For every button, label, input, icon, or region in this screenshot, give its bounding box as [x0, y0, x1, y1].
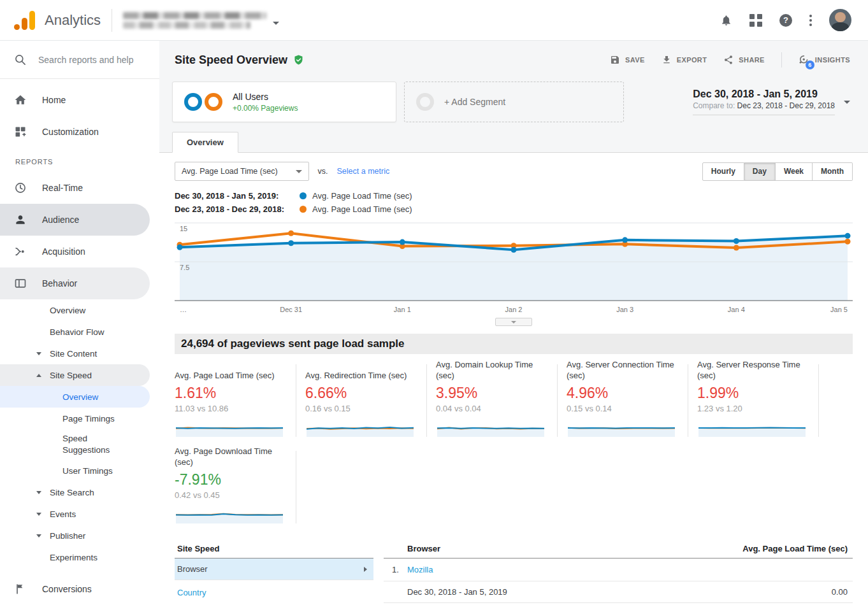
sidebar-item-speed-suggestions[interactable]: Speed Suggestions: [0, 429, 150, 460]
date-range-picker[interactable]: Dec 30, 2018 - Jan 5, 2019 Compare to: D…: [693, 89, 850, 115]
scorecard-percent: 4.96%: [567, 385, 679, 402]
vs-label: vs.: [318, 167, 328, 176]
sample-banner: 24,694 of pageviews sent page load sampl…: [175, 334, 853, 354]
chevron-up-icon: [36, 374, 41, 377]
shield-check-icon: [293, 54, 304, 66]
scorecard-percent: 3.95%: [436, 385, 548, 402]
sidebar-item-events[interactable]: Events: [0, 503, 150, 525]
y-axis-tick: 7.5: [180, 264, 189, 271]
sidebar-item-audience[interactable]: Audience: [0, 204, 150, 236]
sidebar-item-customization[interactable]: Customization: [0, 116, 150, 148]
legend-row-previous: Dec 23, 2018 - Dec 29, 2018: Avg. Page L…: [175, 204, 853, 214]
segment-row: All Users +0.00% Pageviews + Add Segment…: [159, 79, 868, 131]
value-cell: 0.00: [832, 587, 848, 597]
chevron-down-icon: [36, 534, 41, 537]
segment-subtitle: +0.00% Pageviews: [233, 104, 298, 113]
report-actions: SAVE EXPORT SHARE 6 INSIGHTS: [610, 52, 850, 68]
scorecard-versus: 1.23 vs 1.20: [697, 404, 809, 413]
apps-grid-icon[interactable]: [749, 14, 762, 27]
sidebar-item-site-speed-overview[interactable]: Overview: [0, 386, 150, 408]
granularity-month-button[interactable]: Month: [813, 162, 853, 181]
account-selector[interactable]: [123, 12, 279, 29]
chart-expander-button[interactable]: [495, 318, 532, 326]
scorecard-versus: 11.03 vs 10.86: [175, 404, 287, 413]
avatar[interactable]: [829, 9, 851, 31]
sidebar-item-publisher[interactable]: Publisher: [0, 525, 150, 546]
divider: [781, 52, 782, 68]
sidebar-item-site-search[interactable]: Site Search: [0, 481, 150, 503]
sidebar-item-behavior-overview[interactable]: Overview: [0, 299, 150, 321]
sidebar-item-real-time[interactable]: Real-Time: [0, 172, 150, 204]
metric-selector-dropdown[interactable]: Avg. Page Load Time (sec): [175, 162, 309, 181]
column-header-browser[interactable]: Browser: [407, 544, 440, 553]
tab-overview[interactable]: Overview: [172, 132, 238, 153]
add-segment-button[interactable]: + Add Segment: [404, 82, 624, 122]
insights-button[interactable]: 6 INSIGHTS: [799, 54, 850, 66]
export-button[interactable]: EXPORT: [662, 55, 707, 65]
scorecard-versus: 0.16 vs 0.15: [305, 404, 417, 413]
account-name-blurred: [123, 12, 266, 29]
sidebar-item-page-timings[interactable]: Page Timings: [0, 408, 150, 429]
scorecard-server-connection-time[interactable]: Avg. Server Connection Time (sec) 4.96% …: [567, 364, 688, 437]
x-axis-labels: …Dec 31Jan 1Jan 2Jan 3Jan 4Jan 5: [175, 306, 853, 316]
sidebar-item-experiments[interactable]: Experiments: [0, 546, 150, 568]
select-metric-link[interactable]: Select a metric: [337, 167, 390, 176]
x-axis-tick: Jan 3: [616, 306, 633, 313]
sidebar-item-site-content[interactable]: Site Content: [0, 343, 150, 364]
granularity-day-button[interactable]: Day: [744, 162, 776, 181]
sidebar-item-site-speed[interactable]: Site Speed: [0, 364, 150, 386]
segment-ring-icon: [416, 93, 434, 111]
insights-badge: 6: [806, 60, 814, 69]
legend-dot-blue: [300, 192, 307, 199]
scorecard-page-load-time[interactable]: Avg. Page Load Time (sec) 1.61% 11.03 vs…: [175, 364, 296, 437]
dimension-table-header: Site Speed: [175, 540, 373, 559]
column-header-avg-page-load-time[interactable]: Avg. Page Load Time (sec): [742, 544, 848, 553]
sidebar-item-behavior-flow[interactable]: Behavior Flow: [0, 321, 150, 343]
chevron-down-icon: [844, 101, 850, 104]
granularity-hourly-button[interactable]: Hourly: [702, 162, 744, 181]
x-axis-tick: Jan 5: [830, 306, 848, 313]
product-name: Analytics: [45, 12, 101, 29]
insights-icon: 6: [799, 54, 810, 66]
explorer-controls: Avg. Page Load Time (sec) vs. Select a m…: [175, 153, 853, 181]
sidebar: Search reports and help Home Customizati…: [0, 41, 159, 612]
y-axis-tick: 15: [180, 225, 187, 232]
timeseries-chart[interactable]: [175, 219, 853, 304]
save-button[interactable]: SAVE: [610, 55, 645, 65]
notifications-bell-icon[interactable]: [720, 14, 732, 27]
granularity-week-button[interactable]: Week: [776, 162, 813, 181]
chevron-down-icon: [296, 170, 302, 173]
dimension-row-browser[interactable]: Browser: [175, 559, 373, 580]
customization-icon: [14, 125, 27, 138]
sidebar-item-conversions[interactable]: Conversions: [0, 573, 150, 605]
share-icon: [723, 55, 734, 65]
acquisition-icon: [14, 245, 27, 258]
kebab-menu-icon[interactable]: [809, 15, 812, 26]
segment-all-users[interactable]: All Users +0.00% Pageviews: [172, 82, 396, 122]
sidebar-item-home[interactable]: Home: [0, 84, 150, 116]
search-input[interactable]: Search reports and help: [0, 41, 159, 79]
scorecard-redirection-time[interactable]: Avg. Redirection Time (sec) 6.66% 0.16 v…: [305, 364, 427, 437]
tab-bar: Overview: [159, 131, 868, 153]
scorecard-page-download-time[interactable]: Avg. Page Download Time (sec) -7.91% 0.4…: [175, 451, 296, 523]
granularity-toggle: Hourly Day Week Month: [702, 162, 853, 181]
scorecard-percent: 1.99%: [697, 385, 809, 402]
help-icon[interactable]: ?: [779, 14, 792, 27]
share-button[interactable]: SHARE: [723, 55, 765, 65]
scorecard-server-response-time[interactable]: Avg. Server Response Time (sec) 1.99% 1.…: [697, 364, 819, 437]
legend-row-current: Dec 30, 2018 - Jan 5, 2019: Avg. Page Lo…: [175, 191, 853, 201]
search-icon: [14, 53, 27, 66]
dimension-row-country[interactable]: Country: [175, 580, 209, 600]
scorecard-domain-lookup-time[interactable]: Avg. Domain Lookup Time (sec) 3.95% 0.04…: [436, 364, 558, 437]
browser-link-mozilla[interactable]: Mozilla: [407, 565, 433, 574]
sidebar-item-user-timings[interactable]: User Timings: [0, 460, 150, 481]
flag-icon: [14, 583, 27, 595]
chevron-down-icon: [36, 491, 41, 494]
segment-donut-icon: [184, 93, 222, 111]
export-icon: [662, 55, 672, 65]
sidebar-item-label: Conversions: [42, 584, 92, 594]
sidebar-item-label: Home: [42, 95, 66, 105]
sidebar-item-behavior[interactable]: Behavior: [0, 267, 150, 299]
sidebar-item-acquisition[interactable]: Acquisition: [0, 236, 150, 267]
sidebar-item-label: Customization: [42, 127, 99, 137]
